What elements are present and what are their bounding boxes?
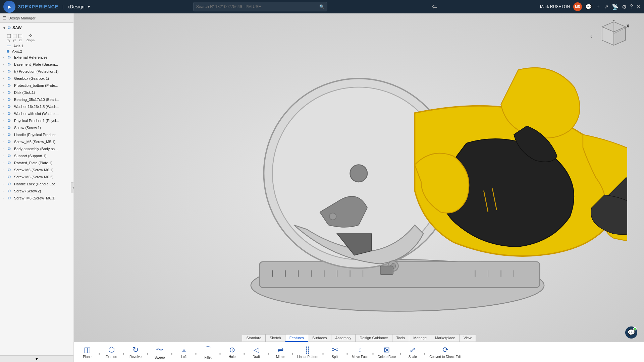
tree-item-2[interactable]: › ⚙ {r} Protection (Protection.1) (0, 68, 73, 75)
tree-item-5[interactable]: › ⚙ Disk (Disk.1) (0, 89, 73, 96)
tab-view[interactable]: View (459, 334, 476, 342)
plane-zx[interactable]: ⬚ zx (18, 33, 22, 42)
share-icon[interactable]: ↗ (604, 4, 608, 10)
toolbar-item-revolve[interactable]: ↻ Revolve (125, 344, 146, 360)
toolbar-separator-1 (123, 353, 124, 355)
tab-tools[interactable]: Tools (392, 334, 409, 342)
tree-item-6[interactable]: › ⚙ Bearing_35x17x10 (Beari... (0, 96, 73, 103)
svg-rect-1 (260, 262, 540, 288)
toolbar-label-1: Extrude (106, 355, 117, 359)
svg-rect-23 (380, 266, 393, 275)
toolbar-item-scale[interactable]: ⤢ Scale (402, 344, 423, 360)
toolbar-item-hole[interactable]: ⊙ Hole (222, 344, 242, 360)
compass-back-icon[interactable]: ‹ (590, 34, 592, 40)
tree-item-arrow-18: › (3, 182, 6, 186)
sidebar-scroll-down[interactable]: ▼ (0, 355, 73, 362)
tree-item-icon-16: ⚙ (7, 168, 13, 172)
tree-item-18[interactable]: › ⚙ Handle Lock (Handle Loc... (0, 181, 73, 188)
broadcast-icon[interactable]: 📡 (612, 4, 619, 10)
toolbar-item-loft[interactable]: ⟁ Loft (174, 344, 194, 360)
tree-item-label-15: Rotated_Plate (Plate.1) (14, 161, 52, 165)
toolbar-label-14: Convert to Direct-Edit (429, 355, 462, 359)
toolbar-icon-8: ⇌ (277, 346, 283, 354)
tab-sketch[interactable]: Sketch (265, 334, 285, 342)
tree-item-arrow-11: › (3, 133, 6, 136)
toolbar-separator-3 (171, 353, 172, 355)
plane-xy-label: xy (7, 39, 10, 42)
tab-features[interactable]: Features (285, 334, 308, 342)
tree-item-label-18: Handle Lock (Handle Loc... (14, 182, 59, 186)
tree-item-10[interactable]: › ⚙ Screw (Screw.1) (0, 124, 73, 131)
toolbar-item-convert-to-direct-edit[interactable]: ⟳ Convert to Direct-Edit (427, 344, 464, 360)
tab-design-guidance[interactable]: Design Guidance (355, 334, 392, 342)
tree-item-15[interactable]: › ⚙ Rotated_Plate (Plate.1) (0, 160, 73, 167)
app-logo[interactable]: ▶ (3, 1, 15, 13)
tree-item-arrow-20: › (3, 196, 6, 200)
toolbar-item-sweep[interactable]: 〜 Sweep (150, 344, 170, 361)
axis-1-item[interactable]: Axis.1 (0, 43, 73, 49)
tree-item-17[interactable]: › ⚙ Screw M6 (Screw M6.2) (0, 174, 73, 181)
tab-standard[interactable]: Standard (242, 334, 265, 342)
toolbar-item-split[interactable]: ✂ Split (325, 344, 345, 360)
toolbar-label-3: Sweep (155, 356, 165, 359)
plane-xy[interactable]: ⬚ xy (7, 33, 11, 42)
tree-item-0[interactable]: › ⚙ External References (0, 54, 73, 61)
tree-item-8[interactable]: › ⚙ Washer with slot (Washer... (0, 110, 73, 117)
viewport[interactable]: X Z ‹ StandardSketchFeaturesSurfacesAsse… (74, 13, 644, 362)
tree-item-label-5: Disk (Disk.1) (14, 90, 35, 95)
tree-item-14[interactable]: › ⚙ Support (Support.1) (0, 153, 73, 160)
user-avatar[interactable]: MR (573, 2, 582, 11)
axis-2-dot-icon (7, 50, 9, 53)
toolbar-separator-6 (244, 353, 245, 355)
app-dropdown-icon[interactable]: ▼ (87, 5, 91, 9)
toolbar-item-delete-face[interactable]: ⊠ Delete Face (375, 344, 398, 360)
toolbar-item-move-face[interactable]: ↕ Move Face (349, 344, 371, 360)
toolbar-item-extrude[interactable]: ⬡ Extrude (101, 344, 121, 360)
tree-item-7[interactable]: › ⚙ Washer 16x26x1.5 (Wash... (0, 103, 73, 110)
tree-item-arrow-2: › (3, 70, 6, 73)
tab-assembly[interactable]: Assembly (331, 334, 356, 342)
tag-icon[interactable]: 🏷 (432, 4, 437, 10)
toolbar-icon-14: ⟳ (442, 346, 448, 354)
toolbar-item-draft[interactable]: ◁ Draft (246, 344, 266, 360)
toolbar-item-plane[interactable]: ◫ Plane (77, 344, 97, 360)
tree-item-1[interactable]: › ⚙ Basement_Plate (Basem... (0, 61, 73, 68)
close-icon[interactable]: ✕ (636, 4, 641, 10)
user-name: Mark RUSHTON (540, 4, 570, 9)
toolbar-item-fillet[interactable]: ⌒ Fillet (198, 344, 218, 361)
tree-root-saw[interactable]: ▼ ⚙ SAW (0, 24, 73, 32)
tree-item-3[interactable]: › ⚙ Gearbox (Gearbox.1) (0, 75, 73, 82)
tree-item-9[interactable]: › ⚙ Physical Product 1 (Physi... (0, 117, 73, 124)
tree-item-13[interactable]: › ⚙ Body assembly (Body as... (0, 145, 73, 153)
tab-surfaces[interactable]: Surfaces (308, 334, 331, 342)
chat-button[interactable]: 💬 (625, 326, 637, 339)
toolbar-separator-8 (292, 353, 293, 355)
tree-item-16[interactable]: › ⚙ Screw M6 (Screw M6.1) (0, 167, 73, 174)
axis-2-item[interactable]: Axis.2 (0, 49, 73, 54)
toolbar-separator-5 (219, 353, 221, 355)
tree-item-19[interactable]: › ⚙ Screw (Screw.2) (0, 188, 73, 195)
notification-icon[interactable]: ＋ (595, 3, 601, 10)
help-icon[interactable]: ? (630, 4, 633, 10)
plane-yz[interactable]: ⬚ yz (12, 33, 17, 42)
toolbar-label-4: Loft (181, 355, 187, 359)
tree-item-label-0: External References (14, 55, 48, 59)
tree-item-arrow-10: › (3, 126, 6, 129)
toolbar-label-12: Delete Face (378, 355, 396, 359)
search-input[interactable] (196, 4, 319, 9)
tab-marketplace[interactable]: Marketplace (431, 334, 459, 342)
origin-item[interactable]: ✛ Origin (26, 33, 35, 42)
toolbar-item-linear-pattern[interactable]: ⣿ Linear Pattern (294, 344, 321, 360)
chat-icon[interactable]: 💬 (585, 4, 592, 10)
sidebar-collapse-button[interactable]: › (71, 182, 74, 193)
tree-item-label-17: Screw M6 (Screw M6.2) (14, 175, 53, 179)
tree-item-12[interactable]: › ⚙ Screw_M5 (Screw_M5.1) (0, 138, 73, 145)
tree-item-4[interactable]: › ⚙ Protection_bottom (Prote... (0, 82, 73, 89)
toolbar-item-mirror[interactable]: ⇌ Mirror (270, 344, 290, 360)
settings-icon[interactable]: ⚙ (622, 4, 627, 10)
tree-item-20[interactable]: › ⚙ Screw_M6 (Screw_M6.1) (0, 195, 73, 202)
toolbar-icon-11: ↕ (358, 346, 362, 354)
tree-item-11[interactable]: › ⚙ Handle (Physical Product... (0, 131, 73, 138)
tab-manage[interactable]: Manage (409, 334, 431, 342)
origin-icon: ✛ (29, 33, 33, 38)
